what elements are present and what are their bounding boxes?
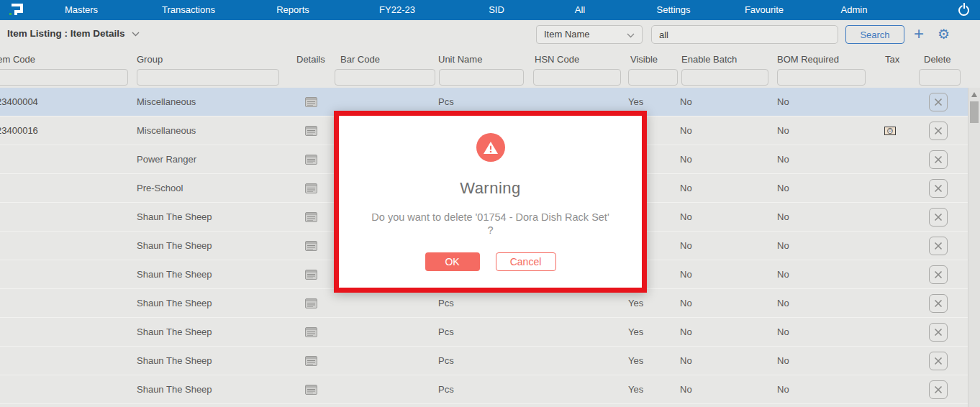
delete-button-wrap	[929, 93, 948, 111]
details-icon[interactable]	[305, 356, 317, 366]
filter-bom-required-input[interactable]	[777, 69, 866, 86]
modal-title: Warning	[339, 179, 642, 198]
delete-button[interactable]	[929, 237, 948, 255]
filter-visible-input[interactable]	[628, 69, 678, 86]
page-title-label: Item Listing : Item Details	[7, 28, 125, 39]
delete-button[interactable]	[929, 122, 948, 140]
cell-enable-batch: No	[680, 203, 692, 232]
cell-enable-batch: No	[680, 232, 692, 260]
delete-button-wrap	[929, 237, 948, 255]
col-header-unit-name[interactable]: Unit Name	[438, 47, 482, 69]
scrollbar-thumb[interactable]	[970, 101, 979, 123]
delete-button[interactable]	[929, 265, 948, 284]
chevron-down-icon	[132, 32, 140, 37]
table-row[interactable]: Shaun The Sheep Pcs Yes No No	[0, 347, 968, 375]
details-icon[interactable]	[305, 155, 317, 165]
cell-visible: Yes	[628, 289, 643, 318]
search-type-select[interactable]: Item Name	[536, 25, 643, 44]
app-logo-icon[interactable]	[7, 2, 26, 18]
delete-button[interactable]	[929, 294, 948, 313]
details-icon[interactable]	[305, 241, 317, 251]
delete-button[interactable]	[929, 380, 948, 399]
delete-button-wrap	[929, 294, 948, 313]
details-icon[interactable]	[305, 212, 317, 222]
cell-bom-required: No	[777, 347, 789, 375]
filter-group-input[interactable]	[137, 69, 279, 86]
details-icon[interactable]	[305, 270, 317, 280]
cell-bom-required: No	[777, 88, 789, 116]
nav-item-admin[interactable]: Admin	[841, 0, 868, 20]
top-nav: Masters Transactions Reports FY22-23 SID…	[0, 0, 980, 20]
cell-bom-required: No	[777, 260, 789, 289]
delete-button[interactable]	[929, 179, 948, 198]
vertical-scrollbar[interactable]	[968, 88, 980, 407]
delete-button[interactable]	[929, 150, 948, 169]
col-header-details[interactable]: Details	[296, 47, 325, 69]
add-item-icon[interactable]: +	[914, 22, 924, 46]
cell-group: Shaun The Sheep	[137, 289, 212, 318]
delete-button-wrap	[929, 265, 948, 284]
power-icon[interactable]	[958, 5, 969, 16]
table-row[interactable]: Shaun The Sheep Pcs Yes No No	[0, 375, 968, 404]
filter-bar-code-input[interactable]	[335, 69, 435, 86]
filter-delete-input[interactable]	[919, 69, 961, 86]
delete-button[interactable]	[929, 93, 948, 111]
col-header-tax[interactable]: Tax	[885, 47, 899, 69]
col-header-visible[interactable]: Visible	[630, 47, 658, 69]
delete-button[interactable]	[929, 352, 948, 370]
filter-unit-name-input[interactable]	[439, 69, 524, 86]
svg-text:0: 0	[889, 128, 891, 133]
cell-group: Miscellaneous	[137, 88, 196, 116]
nav-item-favourite[interactable]: Favourite	[745, 0, 784, 20]
cancel-button[interactable]: Cancel	[496, 252, 556, 271]
nav-item-all[interactable]: All	[575, 0, 585, 20]
nav-item-masters[interactable]: Masters	[65, 0, 98, 20]
nav-item-sid[interactable]: SID	[489, 0, 504, 20]
filter-item-code-input[interactable]	[0, 69, 128, 86]
filter-row	[0, 69, 968, 88]
cell-enable-batch: No	[680, 116, 692, 145]
delete-button[interactable]	[929, 323, 948, 342]
details-icon[interactable]	[305, 126, 317, 136]
table-row[interactable]: Shaun The Sheep Pcs Yes No No	[0, 318, 968, 347]
cell-enable-batch: No	[680, 88, 692, 116]
cell-item-code: 23400004	[0, 88, 38, 116]
search-input[interactable]	[651, 25, 838, 44]
col-header-bom-required[interactable]: BOM Required	[777, 47, 839, 69]
cell-visible: Yes	[628, 318, 643, 347]
delete-button-wrap	[929, 352, 948, 370]
details-icon[interactable]	[305, 97, 317, 107]
delete-button[interactable]	[929, 208, 948, 227]
table-header: Item Code Group Details Bar Code Unit Na…	[0, 47, 968, 69]
cell-bom-required: No	[777, 145, 789, 174]
nav-item-transactions[interactable]: Transactions	[162, 0, 215, 20]
app-window: Masters Transactions Reports FY22-23 SID…	[0, 0, 980, 407]
delete-warning-modal: Warning Do you want to delete '01754 - D…	[334, 111, 647, 293]
details-icon[interactable]	[305, 298, 317, 308]
gear-icon[interactable]: ⚙	[938, 22, 950, 47]
chevron-down-icon	[627, 33, 635, 38]
nav-item-reports[interactable]: Reports	[276, 0, 309, 20]
col-header-hsn-code[interactable]: HSN Code	[535, 47, 579, 69]
filter-enable-batch-input[interactable]	[681, 69, 768, 86]
ok-button[interactable]: OK	[425, 252, 480, 271]
details-icon[interactable]	[305, 327, 317, 337]
nav-item-fy22-23[interactable]: FY22-23	[379, 0, 415, 20]
col-header-item-code[interactable]: Item Code	[0, 47, 35, 69]
delete-button-wrap	[929, 380, 948, 399]
col-header-enable-batch[interactable]: Enable Batch	[681, 47, 737, 69]
details-icon[interactable]	[305, 385, 317, 395]
filter-hsn-code-input[interactable]	[533, 69, 621, 86]
col-header-group[interactable]: Group	[137, 47, 163, 69]
cell-group: Shaun The Sheep	[137, 260, 212, 289]
scrollbar-up-arrow-icon[interactable]	[971, 92, 977, 97]
search-button[interactable]: Search	[845, 25, 904, 44]
warning-icon	[476, 133, 505, 162]
col-header-delete[interactable]: Delete	[924, 47, 951, 69]
col-header-bar-code[interactable]: Bar Code	[340, 47, 380, 69]
tax-icon[interactable]: 0	[884, 127, 896, 135]
page-title[interactable]: Item Listing : Item Details	[7, 20, 140, 47]
nav-item-settings[interactable]: Settings	[657, 0, 691, 20]
details-icon[interactable]	[305, 183, 317, 193]
table-row[interactable]: Shaun The Sheep Pcs Yes No No	[0, 289, 968, 318]
